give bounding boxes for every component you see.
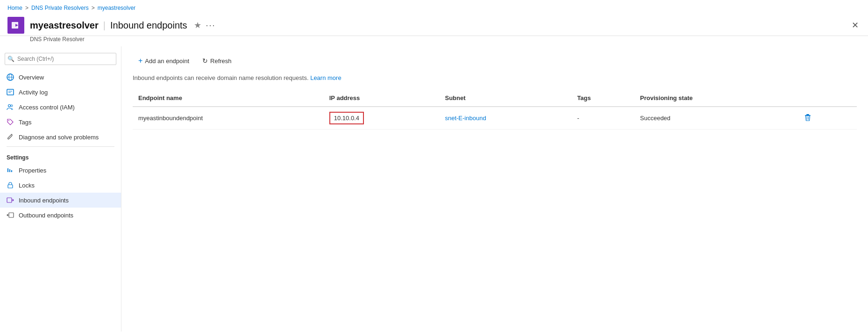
search-input[interactable] xyxy=(5,53,116,65)
resource-icon xyxy=(7,17,24,34)
people-icon xyxy=(7,103,14,111)
svg-point-7 xyxy=(8,105,11,107)
svg-rect-4 xyxy=(7,89,14,95)
svg-rect-14 xyxy=(7,198,12,202)
col-ip-address: IP address xyxy=(324,90,440,107)
settings-section-label: Settings xyxy=(0,149,121,163)
resource-name: myeastresolver xyxy=(30,20,99,31)
inbound-icon xyxy=(7,196,14,204)
search-container: 🔍 xyxy=(5,53,116,65)
breadcrumb-home[interactable]: Home xyxy=(7,5,22,11)
endpoints-table: Endpoint name IP address Subnet Tags Pro… xyxy=(133,90,857,130)
svg-rect-13 xyxy=(8,185,13,188)
globe-icon xyxy=(7,73,14,81)
svg-point-8 xyxy=(11,105,13,107)
outbound-icon xyxy=(7,211,14,219)
svg-point-9 xyxy=(8,120,9,121)
sidebar-iam-label: Access control (IAM) xyxy=(19,104,75,111)
refresh-icon: ↻ xyxy=(202,57,208,65)
sidebar-item-outbound-endpoints[interactable]: Outbound endpoints xyxy=(0,208,121,223)
learn-more-link[interactable]: Learn more xyxy=(310,74,341,81)
add-icon: + xyxy=(138,57,142,65)
favorite-star[interactable]: ★ xyxy=(194,20,201,30)
sidebar-item-diagnose[interactable]: Diagnose and solve problems xyxy=(0,130,121,144)
col-endpoint-name: Endpoint name xyxy=(133,90,324,107)
breadcrumb-dns[interactable]: DNS Private Resolvers xyxy=(31,5,89,11)
sidebar-inbound-label: Inbound endpoints xyxy=(19,197,69,204)
wrench-icon xyxy=(7,133,14,141)
sidebar-activity-log-label: Activity log xyxy=(19,89,48,96)
svg-rect-17 xyxy=(805,115,811,116)
breadcrumb: Home > DNS Private Resolvers > myeastres… xyxy=(0,0,868,14)
breadcrumb-sep-2: > xyxy=(92,5,95,11)
sidebar-item-tags[interactable]: Tags xyxy=(0,115,121,130)
refresh-button[interactable]: ↻ Refresh xyxy=(197,54,237,67)
ip-address-value: 10.10.0.4 xyxy=(329,112,364,124)
table-row: myeastinboundendpoint 10.10.0.4 snet-E-i… xyxy=(133,107,857,130)
add-endpoint-button[interactable]: + Add an endpoint xyxy=(133,54,195,68)
sidebar-locks-label: Locks xyxy=(19,182,35,189)
col-actions xyxy=(796,90,857,107)
properties-icon xyxy=(7,166,14,174)
cell-subnet[interactable]: snet-E-inbound xyxy=(439,107,571,130)
svg-rect-15 xyxy=(9,213,14,217)
subnet-link[interactable]: snet-E-inbound xyxy=(445,115,486,122)
sidebar-divider xyxy=(7,146,114,147)
col-subnet: Subnet xyxy=(439,90,571,107)
sidebar-item-activity-log[interactable]: Activity log xyxy=(0,85,121,100)
sidebar-item-overview[interactable]: Overview xyxy=(0,70,121,85)
delete-endpoint-button[interactable] xyxy=(801,113,814,124)
breadcrumb-resolver[interactable]: myeastresolver xyxy=(98,5,135,11)
sidebar-item-properties[interactable]: Properties xyxy=(0,163,121,178)
col-provisioning-state: Provisioning state xyxy=(634,90,796,107)
search-icon: 🔍 xyxy=(7,56,14,62)
cell-delete-action[interactable] xyxy=(796,107,857,130)
header-divider: | xyxy=(103,20,106,31)
close-button[interactable]: ✕ xyxy=(850,18,861,32)
cell-tags: - xyxy=(571,107,634,130)
add-endpoint-label: Add an endpoint xyxy=(145,58,189,65)
page-title: Inbound endpoints xyxy=(110,20,187,31)
svg-rect-16 xyxy=(806,114,809,115)
breadcrumb-sep-1: > xyxy=(25,5,28,11)
sidebar: 🔍 Overview Activity log Access control (… xyxy=(0,46,121,332)
sidebar-outbound-label: Outbound endpoints xyxy=(19,212,73,219)
info-bar: Inbound endpoints can receive domain nam… xyxy=(133,74,857,81)
sidebar-properties-label: Properties xyxy=(19,167,46,174)
table-header-row: Endpoint name IP address Subnet Tags Pro… xyxy=(133,90,857,107)
cell-ip-address: 10.10.0.4 xyxy=(324,107,440,130)
sidebar-tags-label: Tags xyxy=(19,119,31,126)
sidebar-item-locks[interactable]: Locks xyxy=(0,178,121,193)
tag-icon xyxy=(7,118,14,126)
cell-provisioning-state: Succeeded xyxy=(634,107,796,130)
sidebar-overview-label: Overview xyxy=(19,74,44,81)
toolbar: + Add an endpoint ↻ Refresh xyxy=(133,54,857,68)
info-message: Inbound endpoints can receive domain nam… xyxy=(133,74,309,81)
trash-icon xyxy=(804,114,811,121)
refresh-label: Refresh xyxy=(210,58,232,65)
cell-endpoint-name: myeastinboundendpoint xyxy=(133,107,324,130)
resource-type-label: DNS Private Resolver xyxy=(0,36,868,46)
sidebar-item-access-control[interactable]: Access control (IAM) xyxy=(0,100,121,115)
lock-icon xyxy=(7,181,14,189)
more-options-button[interactable]: ··· xyxy=(206,21,216,30)
sidebar-diagnose-label: Diagnose and solve problems xyxy=(19,134,99,141)
main-layout: 🔍 Overview Activity log Access control (… xyxy=(0,46,868,332)
content-area: + Add an endpoint ↻ Refresh Inbound endp… xyxy=(121,46,868,332)
col-tags: Tags xyxy=(571,90,634,107)
page-header: myeastresolver | Inbound endpoints ★ ···… xyxy=(0,14,868,36)
sidebar-item-inbound-endpoints[interactable]: Inbound endpoints xyxy=(0,193,121,208)
activity-log-icon xyxy=(7,88,14,96)
